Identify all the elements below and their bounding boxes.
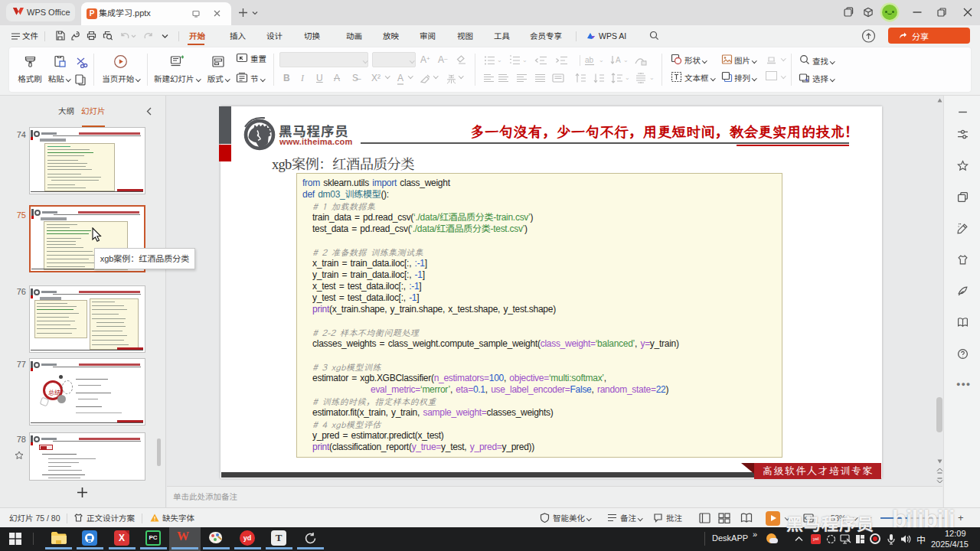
svg-text:A: A [616, 56, 621, 64]
svg-text:ab: ab [585, 56, 594, 64]
